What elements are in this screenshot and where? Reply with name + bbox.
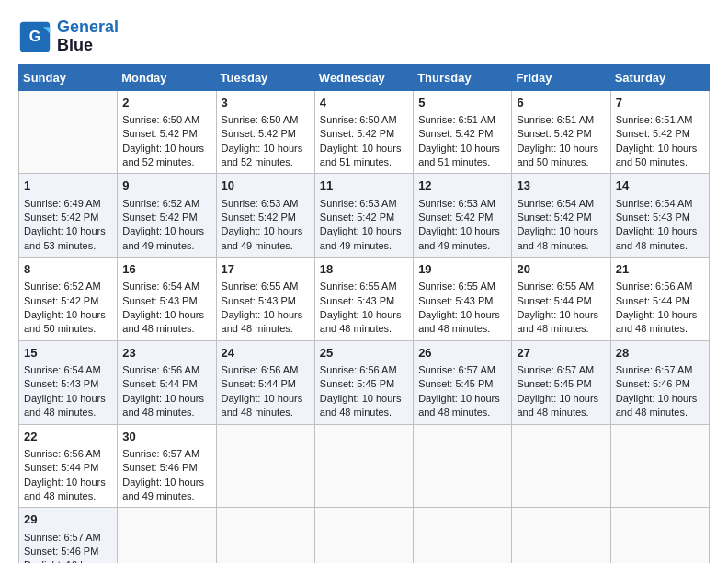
sunrise-text: Sunrise: 6:53 AM [222,197,310,211]
calendar-cell: 5Sunrise: 6:51 AMSunset: 5:42 PMDaylight… [414,90,512,174]
calendar-cell: 1Sunrise: 6:49 AMSunset: 5:42 PMDaylight… [19,174,118,258]
sunrise-text: Sunrise: 6:56 AM [222,363,310,377]
daylight-text: Daylight: 10 hours and 51 minutes. [418,142,506,170]
calendar-cell: 2Sunrise: 6:50 AMSunset: 5:42 PMDaylight… [118,90,216,174]
calendar-cell: 24Sunrise: 6:56 AMSunset: 5:44 PMDayligh… [216,340,314,424]
day-number: 11 [320,178,408,194]
day-number: 24 [222,345,310,362]
sunrise-text: Sunrise: 6:56 AM [24,447,112,461]
sunset-text: Sunset: 5:42 PM [517,211,605,224]
calendar-cell [414,424,512,508]
calendar-cell: 3Sunrise: 6:50 AMSunset: 5:42 PMDaylight… [216,90,314,174]
sunrise-text: Sunrise: 6:50 AM [320,113,408,127]
calendar-week-row: 22Sunrise: 6:56 AMSunset: 5:44 PMDayligh… [19,424,710,508]
calendar-cell [19,90,118,174]
sunrise-text: Sunrise: 6:54 AM [122,280,210,293]
daylight-text: Daylight: 10 hours and 48 minutes. [517,392,605,420]
calendar-week-row: 8Sunrise: 6:52 AMSunset: 5:42 PMDaylight… [19,258,710,341]
day-number: 19 [418,261,506,278]
calendar-week-row: 29Sunrise: 6:57 AMSunset: 5:46 PMDayligh… [19,508,710,563]
sunset-text: Sunset: 5:43 PM [320,294,408,308]
day-number: 26 [418,345,506,362]
sunrise-text: Sunrise: 6:57 AM [517,363,605,377]
day-number: 2 [122,95,210,111]
calendar-cell: 29Sunrise: 6:57 AMSunset: 5:46 PMDayligh… [19,508,118,563]
sunset-text: Sunset: 5:42 PM [418,211,506,224]
calendar-cell: 27Sunrise: 6:57 AMSunset: 5:45 PMDayligh… [512,340,610,424]
sunrise-text: Sunrise: 6:53 AM [418,197,506,211]
day-number: 25 [320,345,408,362]
day-number: 18 [320,261,408,278]
calendar-cell [512,424,610,508]
sunset-text: Sunset: 5:43 PM [24,377,112,391]
calendar-cell: 13Sunrise: 6:54 AMSunset: 5:42 PMDayligh… [512,174,610,258]
day-number: 6 [517,95,605,111]
sunset-text: Sunset: 5:44 PM [24,461,112,475]
calendar-cell: 12Sunrise: 6:53 AMSunset: 5:42 PMDayligh… [414,174,512,258]
daylight-text: Daylight: 10 hours and 50 minutes. [517,142,605,170]
day-number: 21 [616,261,704,278]
sunset-text: Sunset: 5:42 PM [122,127,210,141]
daylight-text: Daylight: 10 hours and 48 minutes. [122,392,210,420]
sunset-text: Sunset: 5:42 PM [517,127,605,141]
calendar-cell: 6Sunrise: 6:51 AMSunset: 5:42 PMDaylight… [512,90,610,174]
header-tuesday: Tuesday [216,64,314,90]
daylight-text: Daylight: 10 hours and 50 minutes. [24,308,112,337]
sunset-text: Sunset: 5:46 PM [122,461,210,475]
sunset-text: Sunset: 5:42 PM [24,294,112,308]
day-number: 20 [517,261,605,278]
daylight-text: Daylight: 10 hours and 48 minutes. [24,476,112,504]
daylight-text: Daylight: 10 hours and 48 minutes. [418,308,506,337]
calendar-week-row: 1Sunrise: 6:49 AMSunset: 5:42 PMDaylight… [19,174,710,258]
sunset-text: Sunset: 5:42 PM [418,127,506,141]
day-number: 22 [24,429,112,445]
sunrise-text: Sunrise: 6:57 AM [616,363,704,377]
header-thursday: Thursday [414,64,512,90]
sunrise-text: Sunrise: 6:51 AM [517,113,605,127]
daylight-text: Daylight: 10 hours and 48 minutes. [24,392,112,420]
daylight-text: Daylight: 10 hours and 48 minutes. [222,392,310,420]
header-monday: Monday [118,64,216,90]
calendar-cell [118,508,216,563]
day-number: 3 [222,95,310,111]
calendar-cell: 23Sunrise: 6:56 AMSunset: 5:44 PMDayligh… [118,340,216,424]
calendar-cell: 19Sunrise: 6:55 AMSunset: 5:43 PMDayligh… [414,258,512,341]
sunrise-text: Sunrise: 6:55 AM [418,280,506,293]
calendar-cell: 22Sunrise: 6:56 AMSunset: 5:44 PMDayligh… [19,424,118,508]
sunset-text: Sunset: 5:44 PM [517,294,605,308]
sunset-text: Sunset: 5:44 PM [222,377,310,391]
calendar-cell: 4Sunrise: 6:50 AMSunset: 5:42 PMDaylight… [314,90,413,174]
calendar-cell: 14Sunrise: 6:54 AMSunset: 5:43 PMDayligh… [610,174,709,258]
day-number: 4 [320,95,408,111]
logo-icon: G [18,20,51,53]
sunrise-text: Sunrise: 6:56 AM [122,363,210,377]
daylight-text: Daylight: 10 hours and 52 minutes. [122,142,210,170]
header-friday: Friday [512,64,610,90]
sunset-text: Sunset: 5:42 PM [616,127,704,141]
day-number: 16 [122,261,210,278]
sunset-text: Sunset: 5:43 PM [122,294,210,308]
logo-text: General Blue [57,18,119,55]
sunrise-text: Sunrise: 6:57 AM [122,447,210,461]
calendar-cell: 15Sunrise: 6:54 AMSunset: 5:43 PMDayligh… [19,340,118,424]
calendar-cell [610,508,709,563]
day-number: 30 [122,429,210,445]
sunset-text: Sunset: 5:44 PM [122,377,210,391]
sunrise-text: Sunrise: 6:54 AM [517,197,605,211]
day-number: 9 [122,178,210,194]
daylight-text: Daylight: 10 hours and 51 minutes. [320,142,408,170]
sunset-text: Sunset: 5:44 PM [616,294,704,308]
calendar-cell: 17Sunrise: 6:55 AMSunset: 5:43 PMDayligh… [216,258,314,341]
day-number: 1 [24,178,112,194]
sunset-text: Sunset: 5:45 PM [320,377,408,391]
calendar-table: Sunday Monday Tuesday Wednesday Thursday… [18,64,710,563]
day-number: 23 [122,345,210,362]
daylight-text: Daylight: 10 hours and 48 minutes. [222,308,310,337]
calendar-cell: 30Sunrise: 6:57 AMSunset: 5:46 PMDayligh… [118,424,216,508]
sunrise-text: Sunrise: 6:55 AM [222,280,310,293]
sunset-text: Sunset: 5:43 PM [222,294,310,308]
page-header: G General Blue [18,18,710,55]
daylight-text: Daylight: 10 hours and 48 minutes. [24,558,112,563]
calendar-cell: 28Sunrise: 6:57 AMSunset: 5:46 PMDayligh… [610,340,709,424]
sunset-text: Sunset: 5:43 PM [616,211,704,224]
